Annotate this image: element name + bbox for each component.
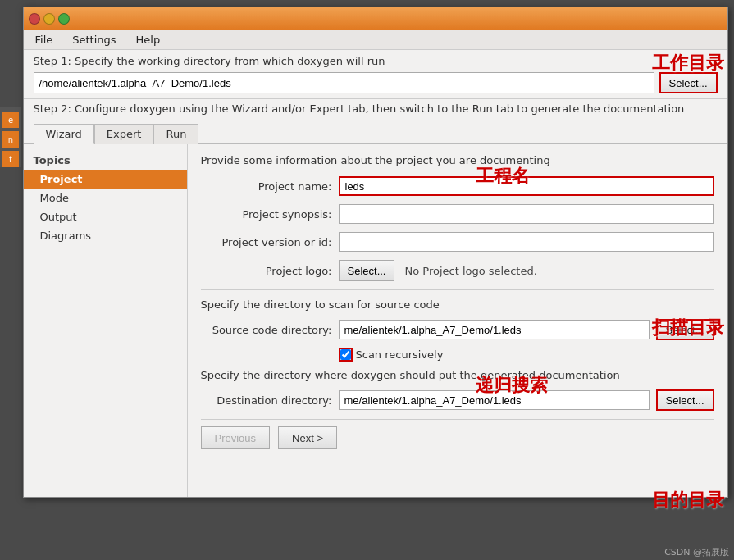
titlebar xyxy=(24,7,727,30)
source-dir-select-btn[interactable]: Select... xyxy=(656,319,714,340)
project-synopsis-row: Project synopsis: xyxy=(201,204,714,224)
close-button[interactable] xyxy=(29,13,40,25)
tab-wizard[interactable]: Wizard xyxy=(34,124,94,144)
tabs: Wizard Expert Run xyxy=(24,118,727,144)
left-sidebar: e n t xyxy=(0,107,21,167)
minimize-button[interactable] xyxy=(43,13,55,25)
dest-dir-row: Destination directory: Select... xyxy=(201,389,714,411)
menubar: File Settings Help xyxy=(24,30,727,50)
topics-heading: Topics xyxy=(24,151,187,170)
project-version-row: Project version or id: xyxy=(201,232,714,252)
sidebar-item-diagrams[interactable]: Diagrams xyxy=(24,226,187,245)
project-version-input[interactable] xyxy=(339,232,714,252)
project-logo-row: Project logo: Select... No Project logo … xyxy=(201,260,714,281)
project-name-label: Project name: xyxy=(201,180,332,193)
bottom-buttons: Previous Next > xyxy=(201,419,714,453)
main-window: File Settings Help Step 1: Specify the w… xyxy=(23,7,728,498)
topics-sidebar: Topics Project Mode Output Diagrams xyxy=(24,144,188,497)
menu-settings[interactable]: Settings xyxy=(67,32,121,48)
dest-description: Specify the directory where doxygen shou… xyxy=(201,369,714,381)
window-controls xyxy=(29,13,70,25)
sidebar-item-output[interactable]: Output xyxy=(24,207,187,226)
step1-label: Step 1: Specify the working directory fr… xyxy=(24,50,727,71)
step2-label: Step 2: Configure doxygen using the Wiza… xyxy=(24,98,727,118)
previous-button[interactable]: Previous xyxy=(201,426,271,449)
maximize-button[interactable] xyxy=(58,13,70,25)
section-divider xyxy=(201,289,714,290)
project-logo-none-text: No Project logo selected. xyxy=(404,265,536,277)
dest-dir-label: Destination directory: xyxy=(201,394,332,407)
scan-recursively-label: Scan recursively xyxy=(356,348,444,361)
app-window: e n t File Settings Help Step 1: Specify… xyxy=(0,0,734,560)
working-dir-select-btn[interactable]: Select... xyxy=(659,72,718,93)
project-synopsis-input[interactable] xyxy=(339,204,714,224)
scan-recursively-checkbox[interactable] xyxy=(340,349,351,360)
left-icon-1: e xyxy=(2,112,19,128)
sidebar-item-mode[interactable]: Mode xyxy=(24,189,187,207)
project-name-input[interactable] xyxy=(339,176,714,196)
project-description: Provide some information about the proje… xyxy=(201,154,714,166)
left-icon-2: n xyxy=(2,131,19,148)
sidebar-item-project[interactable]: Project xyxy=(24,170,187,189)
source-dir-row: Source code directory: Select... xyxy=(201,319,714,340)
watermark: CSDN @拓展版 xyxy=(664,546,729,558)
left-icon-3: t xyxy=(2,151,19,167)
project-logo-btn[interactable]: Select... xyxy=(339,260,395,281)
project-version-label: Project version or id: xyxy=(201,236,332,248)
menu-file[interactable]: File xyxy=(30,32,58,48)
tab-run[interactable]: Run xyxy=(153,124,198,144)
working-dir-row: Select... xyxy=(24,71,727,98)
project-synopsis-label: Project synopsis: xyxy=(201,208,332,221)
right-panel: Provide some information about the proje… xyxy=(188,144,727,497)
source-dir-input[interactable] xyxy=(339,320,650,339)
dest-dir-select-btn[interactable]: Select... xyxy=(656,389,714,411)
project-name-row: Project name: xyxy=(201,176,714,196)
project-logo-label: Project logo: xyxy=(201,265,332,277)
menu-help[interactable]: Help xyxy=(131,32,166,48)
scan-recursively-row: Scan recursively xyxy=(340,348,714,361)
tab-expert[interactable]: Expert xyxy=(94,124,154,144)
source-dir-label: Source code directory: xyxy=(201,324,332,336)
next-button[interactable]: Next > xyxy=(278,426,337,449)
working-dir-input[interactable] xyxy=(34,72,654,93)
dest-dir-input[interactable] xyxy=(339,390,650,410)
main-content: Topics Project Mode Output Diagrams Prov… xyxy=(24,144,727,497)
scan-description: Specify the directory to scan for source… xyxy=(201,298,714,311)
